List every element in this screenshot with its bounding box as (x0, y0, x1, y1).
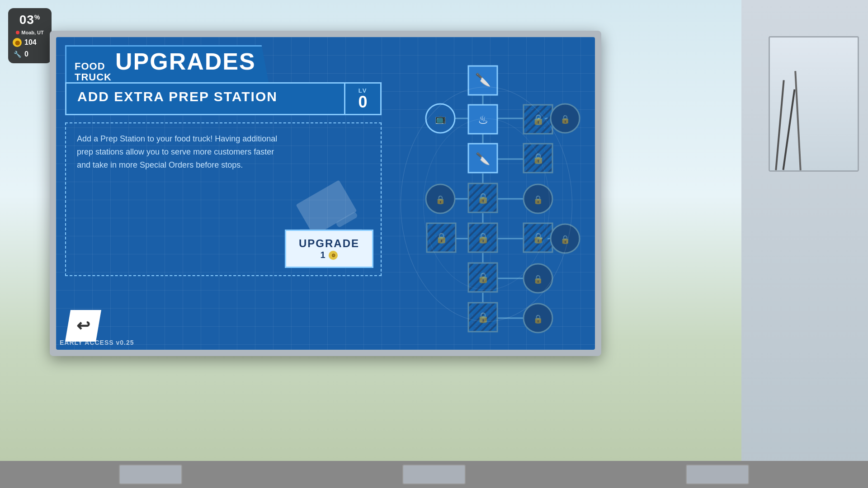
location-display: Moab, UT (16, 30, 44, 35)
timer-display: 03% (19, 13, 41, 27)
bottom-btn-center[interactable] (402, 465, 466, 484)
wrenches-display: 🔧 0 (13, 50, 47, 59)
upgrade-cost: 1 ⚙ (299, 250, 359, 260)
coins-display: ⬤ 104 (13, 38, 47, 47)
upgrade-name-box: ADD EXTRA PREP STATION (65, 82, 345, 115)
food-truck-label: FOODTRUCK (75, 61, 112, 83)
wrench-icon: 🔧 (13, 50, 22, 59)
svg-text:⚙: ⚙ (331, 253, 335, 258)
upgrade-cost-icon: ⚙ (328, 250, 338, 260)
description-text: Add a Prep Station to your food truck! H… (77, 132, 285, 171)
svg-text:🔒: 🔒 (560, 114, 571, 124)
svg-text:🔒: 🔒 (533, 314, 543, 324)
tree-circle-inner (423, 118, 550, 290)
bottom-btn-left[interactable] (119, 465, 182, 484)
version-label: EARLY ACCESS v0.25 (60, 339, 134, 346)
upgrades-label: UPGRADES (115, 51, 256, 72)
description-box: Add a Prep Station to your food truck! H… (65, 122, 382, 276)
level-number: 0 (358, 94, 367, 110)
bottom-btn-right[interactable] (686, 465, 749, 484)
upgrade-board: FOODTRUCK UPGRADES ADD EXTRA PREP STATIO… (50, 31, 601, 356)
coin-icon: ⬤ (13, 38, 22, 47)
left-panel: ADD EXTRA PREP STATION LV 0 Add a Prep S… (65, 82, 382, 276)
board-surface: FOODTRUCK UPGRADES ADD EXTRA PREP STATIO… (56, 37, 595, 350)
right-furniture (741, 0, 868, 488)
upgrade-name: ADD EXTRA PREP STATION (77, 89, 333, 104)
location-dot (16, 31, 19, 34)
hud-panel: 03% Moab, UT ⬤ 104 🔧 0 (8, 8, 52, 63)
svg-text:🔪: 🔪 (475, 72, 491, 87)
upgrade-button-label: UPGRADE (299, 237, 359, 250)
svg-rect-0 (296, 180, 357, 236)
upgrade-button[interactable]: UPGRADE 1 ⚙ (285, 230, 373, 268)
back-arrow-icon: ↩ (76, 316, 90, 335)
selected-upgrade-header: ADD EXTRA PREP STATION LV 0 (65, 82, 382, 115)
bottom-bar (0, 461, 868, 488)
upgrade-level-box: LV 0 (345, 82, 382, 115)
back-button[interactable]: ↩ (65, 310, 101, 342)
upgrade-tree: 🔪 📺 ♨ 🔒 🔒 🔪 🔒 (387, 64, 586, 344)
